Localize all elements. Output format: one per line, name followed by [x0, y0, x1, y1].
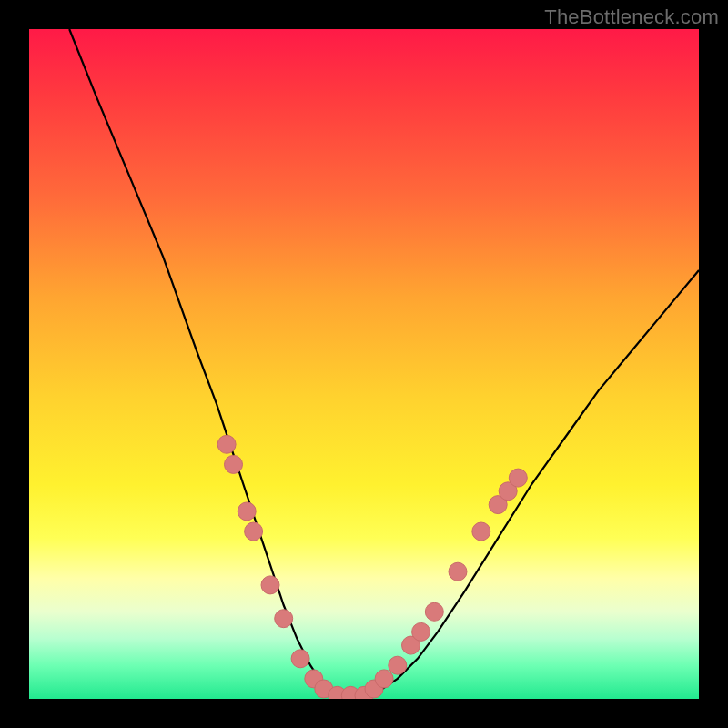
curve-dot — [261, 576, 279, 594]
chart-frame: TheBottleneck.com — [0, 0, 728, 728]
curve-dot — [412, 622, 430, 641]
curve-dot — [225, 455, 243, 473]
bottleneck-curve — [69, 29, 699, 699]
curve-dot — [389, 656, 407, 674]
curve-dot — [449, 562, 467, 581]
curve-dot — [275, 610, 293, 628]
attribution-text: TheBottleneck.com — [544, 5, 719, 29]
curve-dot — [472, 522, 490, 541]
curve-dot — [245, 522, 263, 541]
curve-dot — [509, 469, 527, 487]
chart-svg — [29, 29, 699, 699]
curve-dot — [238, 502, 256, 521]
plot-area — [29, 29, 699, 699]
curve-dot — [375, 670, 393, 688]
curve-dot — [291, 650, 309, 668]
curve-dot — [425, 602, 443, 621]
curve-dot — [217, 435, 236, 453]
